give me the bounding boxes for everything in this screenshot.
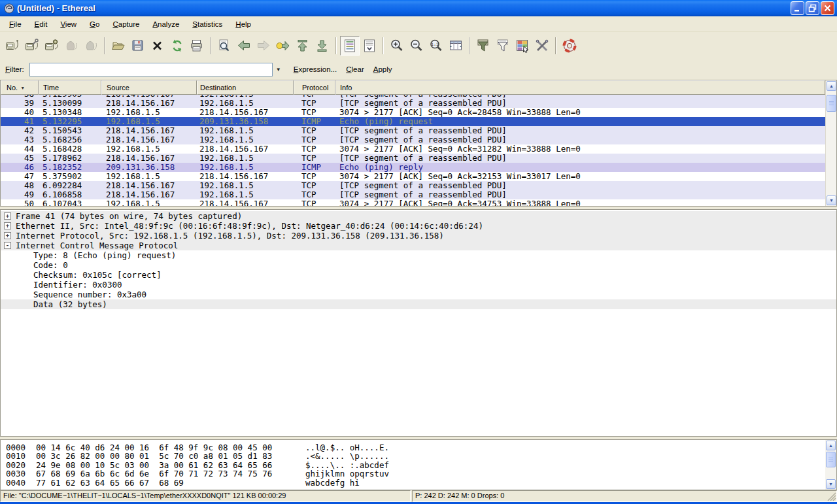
packet-row-50[interactable]: 506.107043192.168.1.5218.14.156.167TCP30… [1,199,825,207]
filter-dropdown-button[interactable]: ▼ [273,63,284,76]
hex-row-0030[interactable]: 003067 68 69 6a 6b 6c 6d 6e 6f 70 71 72 … [6,469,836,478]
go-forward-button[interactable] [254,36,273,56]
packet-row-45[interactable]: 455.178962218.14.156.167192.168.1.5TCP[T… [1,154,825,163]
close-capture-button[interactable] [148,36,167,56]
menu-capture[interactable]: Capture [106,18,146,30]
detail-row[interactable]: Data (32 bytes) [1,299,836,309]
restore-button[interactable] [806,1,819,15]
display-filter-button[interactable] [493,36,513,56]
hex-row-0020[interactable]: 002024 9e 08 00 10 5c 03 00 3a 00 61 62 … [6,461,836,469]
menu-file[interactable]: File [3,18,28,30]
detail-row[interactable]: +Internet Protocol, Src: 192.168.1.5 (19… [1,231,836,241]
packet-row-47[interactable]: 475.375902192.168.1.5218.14.156.167TCP30… [1,172,825,181]
reload-button[interactable] [167,36,187,56]
detail-row[interactable]: Sequence number: 0x3a00 [1,290,836,299]
packet-row-42[interactable]: 425.150543218.14.156.167192.168.1.5TCP[T… [1,126,825,135]
detail-row[interactable]: Code: 0 [1,260,836,270]
find-packet-button[interactable] [214,36,234,56]
apply-button[interactable]: Apply [373,65,392,73]
minimize-button[interactable] [791,1,804,15]
scroll-up-icon[interactable]: ▲ [827,81,836,91]
zoom-in-button[interactable] [387,36,407,56]
scrollbar-thumb[interactable] [826,452,836,467]
close-icon [822,3,833,14]
scroll-down-icon[interactable]: ▼ [826,479,836,489]
go-to-top-button[interactable] [293,36,313,56]
packet-row-40[interactable]: 405.130348192.168.1.5218.14.156.167TCP30… [1,108,825,117]
column-header-time[interactable]: Time [39,80,101,95]
packet-row-46[interactable]: 465.182352209.131.36.158192.168.1.5ICMPE… [1,163,825,172]
detail-row[interactable]: Checksum: 0x105c [correct] [1,270,836,280]
colorize-button[interactable] [340,36,360,56]
auto-scroll-button[interactable] [360,36,379,56]
column-header-info[interactable]: Info [335,80,825,95]
resize-grip-icon[interactable] [827,492,836,501]
hex-scrollbar[interactable]: ▲ ▼ [825,440,836,490]
back-arrow-icon [236,38,252,54]
detail-row[interactable]: Identifier: 0x0300 [1,280,836,290]
packet-row-49[interactable]: 496.106858218.14.156.167192.168.1.5TCP[T… [1,190,825,199]
column-header-protocol[interactable]: Protocol [294,80,335,95]
expression-button[interactable]: Expression... [294,65,337,73]
open-file-button[interactable] [109,36,128,56]
go-back-button[interactable] [234,36,254,56]
packet-row-43[interactable]: 435.168256218.14.156.167192.168.1.5TCP[T… [1,135,825,144]
auto-scroll-icon [362,38,377,54]
find-icon [216,38,232,54]
packet-row-44[interactable]: 445.168428192.168.1.5218.14.156.167TCP30… [1,144,825,154]
scroll-down-icon[interactable]: ▼ [827,195,836,205]
menu-view[interactable]: View [54,18,83,30]
print-button[interactable] [187,36,207,56]
detail-row[interactable]: -Internet Control Message Protocol [1,241,836,250]
detail-row[interactable]: Type: 8 (Echo (ping) request) [1,250,836,260]
interface-list-button[interactable] [3,36,22,56]
menu-help[interactable]: Help [229,18,258,30]
window-title: (Untitled) - Ethereal [17,3,791,13]
go-to-packet-button[interactable] [273,36,293,56]
svg-text:1:1: 1:1 [432,42,439,46]
packet-row-41[interactable]: 415.132295192.168.1.5209.131.36.158ICMPE… [1,117,825,126]
packet-row-39[interactable]: 395.130099218.14.156.167192.168.1.5TCP[T… [1,99,825,108]
preferences-button[interactable] [532,36,552,56]
scroll-up-icon[interactable]: ▲ [826,441,836,450]
status-bar: File: "C:\DOCUME~1\THELIT~1\LOCALS~1\Tem… [0,490,837,502]
capture-options-button[interactable] [22,36,42,56]
menu-edit[interactable]: Edit [28,18,54,30]
capture-filter-button[interactable] [473,36,493,56]
hex-row-0000[interactable]: 000000 14 6c 40 d6 24 00 16 6f 48 9f 9c … [6,443,836,452]
coloring-rules-button[interactable] [513,36,532,56]
packet-row-48[interactable]: 486.092284218.14.156.167192.168.1.5TCP[T… [1,181,825,190]
zoom-out-button[interactable] [407,36,426,56]
packet-list-rows: 385.129905218.14.156.167192.168.1.5TCP[T… [1,95,825,207]
column-header-no[interactable]: No.▼ [1,80,39,95]
filter-input[interactable] [29,63,273,76]
save-file-button[interactable] [128,36,148,56]
toolbar-separator [555,37,556,54]
go-to-packet-icon [275,38,291,54]
menu-analyze[interactable]: Analyze [146,18,186,30]
capture-stop-button[interactable] [61,36,81,56]
collapse-icon[interactable]: - [4,242,11,249]
zoom-100-button[interactable]: 1:1 [426,36,446,56]
column-header-destination[interactable]: Destination [197,80,294,95]
hex-row-0040[interactable]: 004077 61 62 63 64 65 66 67 68 69wabcdef… [6,479,836,487]
filter-bar: Filter: ▼ Expression... Clear Apply [0,59,837,80]
detail-row[interactable]: +Ethernet II, Src: Intel_48:9f:9c (00:16… [1,221,836,231]
resize-columns-button[interactable] [446,36,466,56]
detail-row[interactable]: +Frame 41 (74 bytes on wire, 74 bytes ca… [1,211,836,221]
column-header-source[interactable]: Source [101,80,197,95]
close-button[interactable] [821,1,834,15]
clear-button[interactable]: Clear [346,65,364,73]
scrollbar-thumb[interactable] [827,95,836,112]
capture-start-button[interactable] [42,36,61,56]
go-to-bottom-button[interactable] [313,36,332,56]
expand-icon[interactable]: + [4,232,11,239]
help-button[interactable] [560,36,579,56]
menu-go[interactable]: Go [83,18,106,30]
packet-list-scrollbar[interactable]: ▲ ▼ [825,80,836,206]
expand-icon[interactable]: + [4,222,11,229]
hex-row-0010[interactable]: 001000 3c 26 82 00 00 80 01 5c 70 c0 a8 … [6,452,836,460]
capture-restart-button[interactable] [81,36,101,56]
menu-statistics[interactable]: Statistics [186,18,229,30]
expand-icon[interactable]: + [4,212,11,220]
